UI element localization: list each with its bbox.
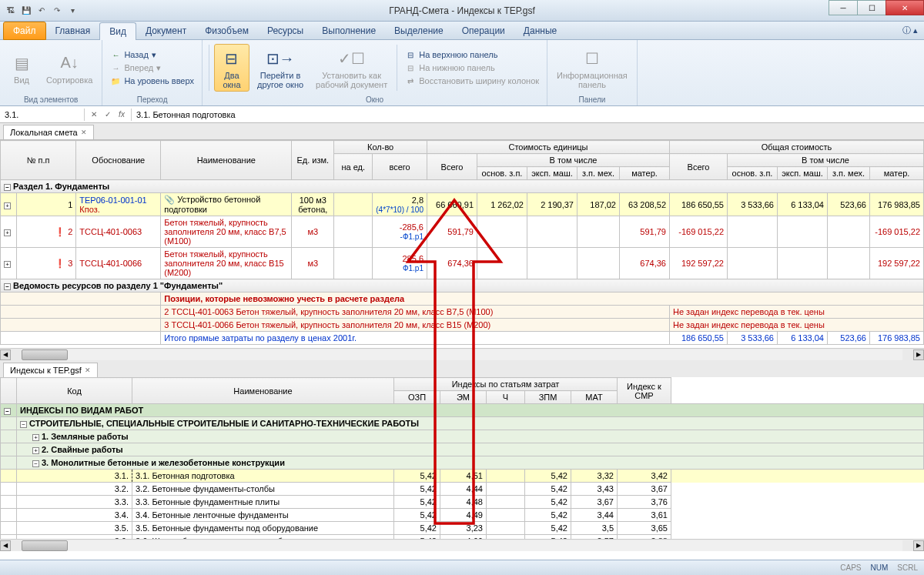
accept-icon[interactable]: ✓: [102, 109, 114, 121]
set-work-button[interactable]: ✓☐ Установить как рабочий документ: [311, 45, 392, 91]
top-panel-button[interactable]: ⊟На верхнюю панель: [402, 48, 542, 61]
tab-main[interactable]: Главная: [46, 22, 100, 39]
expand-icon[interactable]: +: [4, 202, 11, 209]
tree-root[interactable]: −ИНДЕКСЫ ПО ВИДАМ РАБОТ: [1, 404, 924, 417]
info-row: 2 ТССЦ-401-0063 Бетон тяжелый, крупность…: [1, 306, 924, 319]
restore-cols-button[interactable]: ⇄Восстановить ширину колонок: [402, 75, 542, 87]
tab-selection[interactable]: Выделение: [385, 22, 453, 39]
tab-phys[interactable]: Физобъем: [196, 22, 258, 39]
maximize-button[interactable]: ☐: [857, 0, 886, 15]
info-row: Позиции, которые невозможно учесть в рас…: [1, 293, 924, 306]
top-panel-icon: ⊟: [405, 49, 416, 60]
help-icon[interactable]: ⓘ ▴: [902, 25, 918, 36]
table-row[interactable]: + ❗ 2 ТССЦ-401-0063 Бетон тяжелый, крупн…: [1, 216, 924, 248]
collapse-icon[interactable]: −: [4, 283, 11, 290]
up-icon: 📁: [110, 75, 121, 86]
document-tabs: Локальная смета ✕: [0, 123, 924, 140]
tree-item[interactable]: +1. Земляные работы: [1, 430, 924, 443]
back-button[interactable]: ←Назад ▾: [107, 48, 197, 61]
tree-item[interactable]: +2. Свайные работы: [1, 443, 924, 456]
minimize-button[interactable]: ─: [829, 0, 858, 15]
restore-icon: ⇄: [405, 75, 416, 86]
scroll-thumb[interactable]: [22, 349, 68, 360]
scroll-right-icon[interactable]: ▶: [913, 540, 924, 551]
bottom-tab-indices[interactable]: Индексы к ТЕР.gsf ✕: [3, 363, 98, 377]
index-grid[interactable]: Код Наименование Индексы по статьям затр…: [0, 377, 924, 539]
info-panel-button[interactable]: ☐ Информационная панель: [552, 45, 632, 91]
section-row[interactable]: −Раздел 1. Фундаменты: [1, 180, 924, 193]
col-name[interactable]: Наименование: [161, 141, 292, 180]
sort-icon: A↓: [57, 51, 82, 75]
back-icon: ←: [110, 49, 121, 60]
close-tab-icon[interactable]: ✕: [85, 366, 91, 374]
formula-input[interactable]: 3.1. Бетонная подготовка: [132, 109, 924, 121]
two-windows-icon: ⊟: [219, 46, 244, 71]
fx-icon[interactable]: fx: [116, 109, 128, 121]
cell-ref[interactable]: 3.1.: [0, 109, 85, 121]
tab-file[interactable]: Файл: [3, 22, 46, 40]
index-row[interactable]: 3.3.3.3. Бетонные фундаментные плиты5,42…: [1, 496, 924, 509]
cancel-icon[interactable]: ✕: [88, 109, 100, 121]
view-icon: ▤: [9, 51, 34, 75]
scrl-indicator: SCRL: [897, 563, 918, 572]
save-icon[interactable]: 💾: [20, 5, 32, 17]
two-windows-button[interactable]: ⊟ Два окна: [214, 44, 249, 92]
window-title: ГРАНД-Смета - Индексы к ТЕР.gsf: [389, 5, 535, 16]
expand-icon[interactable]: +: [4, 261, 11, 268]
app-icon: 🏗: [5, 5, 17, 17]
collapse-icon[interactable]: −: [4, 184, 11, 191]
info-panel-icon: ☐: [580, 46, 604, 71]
undo-icon[interactable]: ↶: [35, 5, 48, 17]
bottom-tabs: Индексы к ТЕР.gsf ✕: [0, 360, 924, 377]
table-row[interactable]: + ❗ 3 ТССЦ-401-0066 Бетон тяжелый, крупн…: [1, 248, 924, 279]
scroll-left-icon[interactable]: ◀: [0, 349, 11, 360]
col-ed[interactable]: Ед. изм.: [292, 141, 334, 180]
doc-tab-local[interactable]: Локальная смета ✕: [3, 125, 94, 139]
index-row[interactable]: 3.4.3.4. Бетонные ленточные фундаменты5,…: [1, 509, 924, 522]
expand-icon[interactable]: +: [4, 229, 11, 236]
index-row[interactable]: 3.2.3.2. Бетонные фундаменты-столбы5,424…: [1, 483, 924, 496]
tab-view[interactable]: Вид: [99, 22, 136, 40]
index-row[interactable]: 3.5.3.5. Бетонные фундаменты под оборудо…: [1, 522, 924, 535]
ribbon-tabs: Файл Главная Вид Документ Физобъем Ресур…: [0, 22, 924, 40]
goto-window-button[interactable]: ⊡→ Перейти в другое окно: [253, 45, 308, 91]
bottom-hscroll[interactable]: ◀ ▶: [0, 539, 924, 551]
col-stoim-ed[interactable]: Стоимость единицы: [427, 141, 670, 154]
section-row[interactable]: −Ведомость ресурсов по разделу 1 "Фундам…: [1, 279, 924, 293]
view-button[interactable]: ▤ Вид: [5, 49, 38, 86]
tab-resources[interactable]: Ресурсы: [258, 22, 313, 39]
quick-access-toolbar: 🏗 💾 ↶ ↷ ▾: [0, 5, 83, 17]
col-obsh[interactable]: Общая стоимость: [670, 141, 924, 154]
tree-item[interactable]: −3. Монолитные бетонные и железобетонные…: [1, 456, 924, 470]
sort-button[interactable]: A↓ Сортировка: [42, 49, 97, 86]
bottom-panel-button[interactable]: ⊟На нижнюю панель: [402, 62, 542, 74]
bottom-panel-icon: ⊟: [405, 62, 416, 73]
tree-cat[interactable]: −СТРОИТЕЛЬНЫЕ, СПЕЦИАЛЬНЫЕ СТРОИТЕЛЬНЫЕ …: [1, 417, 924, 430]
close-button[interactable]: ✕: [886, 0, 924, 15]
qat-dropdown-icon[interactable]: ▾: [66, 5, 79, 17]
up-button[interactable]: 📁На уровень вверх: [107, 75, 197, 87]
top-grid-wrap: № п.п Обоснование Наименование Ед. изм. …: [0, 140, 924, 348]
formula-bar: 3.1. ✕ ✓ fx 3.1. Бетонная подготовка: [0, 106, 924, 123]
titlebar: 🏗 💾 ↶ ↷ ▾ ГРАНД-Смета - Индексы к ТЕР.gs…: [0, 0, 924, 22]
top-hscroll[interactable]: ◀ ▶: [0, 348, 924, 360]
scroll-thumb[interactable]: [22, 540, 68, 551]
tab-data[interactable]: Данные: [514, 22, 566, 39]
tab-document[interactable]: Документ: [136, 22, 196, 39]
close-tab-icon[interactable]: ✕: [81, 129, 87, 136]
table-row[interactable]: + 1 ТЕР06-01-001-01Кпоз. 📎 Устройство бе…: [1, 193, 924, 216]
forward-button[interactable]: →Вперед ▾: [107, 62, 197, 74]
scroll-right-icon[interactable]: ▶: [913, 349, 924, 360]
scroll-left-icon[interactable]: ◀: [0, 540, 11, 551]
tab-execution[interactable]: Выполнение: [313, 22, 385, 39]
ribbon: ▤ Вид A↓ Сортировка Вид элементов ←Назад…: [0, 40, 924, 106]
index-row[interactable]: 3.1.3.1. Бетонная подготовка5,424,515,42…: [1, 470, 924, 483]
estimate-grid[interactable]: № п.п Обоснование Наименование Ед. изм. …: [0, 140, 924, 345]
col-kolvo[interactable]: Кол-во: [334, 141, 427, 154]
ribbon-group-window: ⊟ Два окна ⊡→ Перейти в другое окно ✓☐ У…: [203, 40, 547, 105]
col-obos[interactable]: Обоснование: [76, 141, 161, 180]
tab-operations[interactable]: Операции: [453, 22, 514, 39]
col-npp[interactable]: № п.п: [1, 141, 76, 180]
status-bar: CAPS NUM SCRL: [0, 560, 924, 575]
redo-icon[interactable]: ↷: [51, 5, 63, 17]
